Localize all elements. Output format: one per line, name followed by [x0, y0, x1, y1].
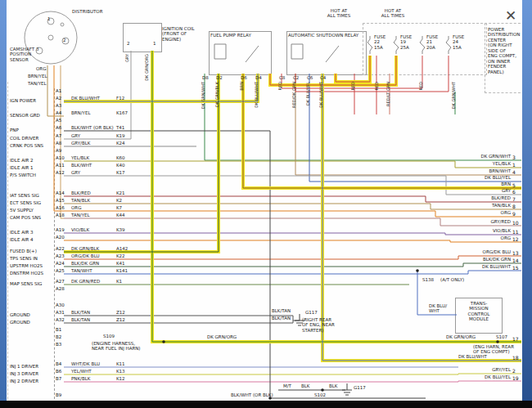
pcm-wire-label: GRY: [71, 170, 80, 175]
right-pin-number: 18: [512, 355, 519, 361]
pcm-function-label: GROUND: [10, 312, 56, 317]
hl-fuse22-asd: [336, 56, 370, 82]
window-chrome-right[interactable]: [522, 0, 532, 408]
pcm-pin: A10: [56, 155, 65, 160]
gry-row6: [64, 176, 521, 195]
distributor-label: DISTRIBUTOR: [72, 9, 102, 14]
coil-pin: 1: [153, 41, 156, 46]
tcm-label: TRANS- MISSION CONTROL MODULE: [468, 301, 490, 322]
ground-label: G117: [305, 310, 318, 315]
pcm-wire-label: DK BLU/WHT: [71, 96, 100, 101]
fuse19-core: [270, 56, 396, 85]
wire-label: BLK/TAN: [272, 316, 291, 321]
wire-label: ORG: [36, 66, 46, 71]
pcm-circuit-code: K7: [116, 205, 122, 210]
pcm-wire-label: ORG: [71, 205, 81, 210]
blk-dk-grn-row14: [64, 263, 521, 267]
pcm-pin: A32: [56, 317, 65, 322]
fuse-label: FUSE 24 15A: [453, 34, 464, 50]
pcm-pin: B6: [56, 369, 61, 374]
pcm-function-label: CRNK POS SNS: [10, 143, 56, 148]
pcm-circuit-code: K141: [116, 268, 128, 273]
relay-pin: C4: [320, 75, 326, 80]
asd-relay-coil: [291, 44, 303, 59]
pcm-wire-label: BLK/TAN: [71, 310, 90, 315]
pcm-function-label: GROUND: [10, 320, 56, 325]
pdc-note: POWER DISTRIBUTION CENTER (ON RIGHT SIDE…: [488, 27, 520, 74]
pcm-pin: A7: [56, 133, 61, 138]
right-wire-label: DK BLU/YEL: [455, 175, 511, 180]
fp-relay-contact: [246, 46, 259, 62]
pcm-pin: B4: [56, 361, 61, 366]
right-pin-number: 6: [512, 189, 516, 195]
splice-dot: [416, 269, 419, 272]
riser-wire-label: DK GRN/WHT: [201, 82, 205, 109]
right-pin-number: 4: [512, 169, 516, 175]
gnd-a31: [64, 316, 293, 321]
pcm-circuit-code: K1: [116, 279, 122, 284]
pcm-pin: A2: [56, 96, 61, 101]
right-pin-number: 8: [512, 204, 516, 209]
wire-label: TAN/YEL: [28, 81, 47, 86]
hl-fuse19-fp: [270, 56, 396, 85]
splice-label: S102: [314, 392, 326, 397]
ground-label: G117: [354, 385, 366, 390]
right-pin-number: 2: [512, 368, 516, 374]
distributor-pin: 3: [36, 47, 39, 52]
pcm-function-label: DNSTRM HO2S: [10, 271, 56, 276]
right-pin-number: 9: [512, 211, 516, 217]
riser-wire-label: RED/DK GRN: [292, 82, 296, 108]
pcm-circuit-code: K17: [116, 170, 125, 175]
distributor-circle: [48, 35, 53, 40]
pcm-function-label: TPS SENS IN: [10, 256, 56, 261]
pcm-circuit-code: K24: [116, 141, 125, 146]
pcm-pin: B3: [56, 342, 61, 347]
pcm-pin: A25: [56, 268, 65, 273]
riser-wire-label: RED: [419, 82, 423, 90]
pcm-function-label: ECT SENS SIG: [10, 200, 56, 205]
dk-blu-wht-row15: [64, 271, 521, 274]
pcm-pin: A9: [56, 148, 61, 153]
pcm-function-label: SENSOR GRD: [10, 113, 56, 118]
pcm-function-label: P/S SWITCH: [10, 173, 56, 177]
wire-label: BLK: [301, 383, 309, 388]
right-wire-label: BRN: [455, 182, 511, 186]
vio-blk-row11: [64, 233, 521, 235]
splice-label: S107: [496, 334, 507, 339]
right-pin-number: 13: [512, 250, 519, 256]
inj2: [64, 381, 521, 382]
distributor-pin: 1: [47, 16, 51, 21]
pcm-pin: A3: [56, 103, 61, 108]
pcm-function-label: INJ 1 DRIVER: [10, 364, 56, 369]
pcm-wire-label: YEL/BLK: [71, 155, 89, 160]
right-pin-number: 17: [512, 336, 519, 342]
pcm-function-label: IDLE AIR 1: [10, 165, 56, 170]
hot-label: HOT AT ALL TIMES: [327, 8, 350, 19]
pcm-function-label: PNP: [10, 128, 56, 132]
right-wire-label: GRY: [455, 188, 511, 193]
pcm-circuit-code: K12: [116, 376, 125, 381]
riser-wire-label: DK GRN/BLK: [215, 82, 219, 107]
relay-pin: D6: [241, 75, 247, 80]
cam-sensor-label: CAMSHAFT POSITION SENSOR: [10, 47, 34, 62]
inj3: [64, 374, 521, 374]
fuse22-core: [336, 56, 370, 82]
close-icon[interactable]: ✕: [500, 5, 521, 26]
pcm-circuit-code: K21: [116, 191, 125, 195]
right-pin-number: 3: [512, 155, 516, 160]
pcm-pin: B2: [56, 334, 61, 339]
pcm-circuit-code: K60: [116, 155, 125, 160]
org-row12: [64, 240, 521, 242]
hot-label: HOT AT ALL TIMES: [381, 8, 404, 19]
pcm-pin: A1: [56, 88, 61, 93]
fuel-pump-relay-label: FUEL PUMP RELAY: [210, 33, 251, 38]
fuse-symbol: [394, 36, 399, 54]
pcm-wire-label: BLK/DK GRN: [71, 261, 99, 266]
pcm-wire-label: GRY/BLK: [71, 141, 90, 146]
pcm-pin: A11: [56, 163, 65, 168]
pcm-wire-label: BLK/RED: [71, 191, 91, 195]
right-pin-number: 1: [512, 162, 516, 168]
pcm-wire-label: WHT/DK BLU: [71, 361, 100, 366]
right-wire-label: ORG: [455, 210, 511, 215]
fp-relay-coil: [214, 44, 226, 59]
